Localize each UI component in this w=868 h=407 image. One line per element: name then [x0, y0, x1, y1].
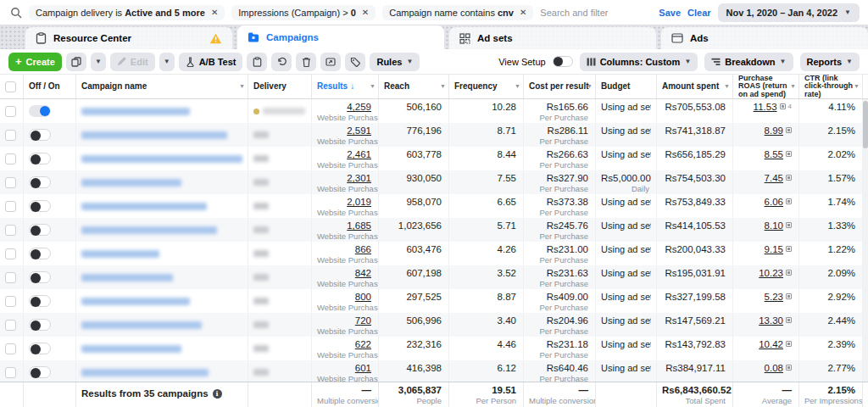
row-checkbox[interactable]: [5, 272, 16, 283]
ab-test-button[interactable]: A/B Test: [179, 53, 243, 71]
view-setup-toggle[interactable]: [553, 56, 573, 67]
row-checkbox[interactable]: [5, 248, 16, 259]
filter-chip-delivery[interactable]: Campaign delivery is Active and 5 more ✕: [29, 5, 225, 20]
campaign-name-redacted[interactable]: [81, 369, 209, 376]
roas-value[interactable]: 8.99: [765, 125, 783, 137]
results-value[interactable]: 720: [317, 315, 371, 326]
search-input[interactable]: [540, 8, 652, 18]
campaign-name-redacted[interactable]: [81, 155, 242, 163]
campaign-toggle[interactable]: [29, 319, 51, 331]
row-checkbox[interactable]: [5, 106, 16, 117]
breakdown-button[interactable]: Breakdown▼: [704, 53, 793, 71]
tab-ad-sets[interactable]: Ad sets: [449, 27, 656, 49]
roas-value[interactable]: 8.55: [765, 148, 783, 160]
row-checkbox[interactable]: [5, 225, 16, 236]
campaign-name-redacted[interactable]: [81, 345, 181, 353]
results-value[interactable]: 4,259: [317, 101, 371, 113]
tab-campaigns[interactable]: Campaigns: [237, 25, 444, 49]
campaign-toggle[interactable]: [29, 343, 51, 354]
clipboard-button[interactable]: [247, 53, 267, 71]
roas-value[interactable]: 11.53: [754, 101, 777, 113]
reports-button[interactable]: Reports▼: [800, 53, 860, 71]
clear-filters-button[interactable]: Clear: [687, 8, 711, 18]
roas-value[interactable]: 6.06: [765, 196, 783, 208]
campaign-name-redacted[interactable]: [81, 179, 181, 187]
roas-value[interactable]: 13.30: [759, 315, 783, 326]
tab-resource-center[interactable]: Resource Center: [25, 27, 232, 49]
roas-value[interactable]: 5.23: [765, 291, 783, 303]
filter-chip-impressions[interactable]: Impressions (Campaign) > 0 ✕: [231, 5, 376, 20]
results-value[interactable]: 842: [317, 267, 371, 279]
header-campaign-name[interactable]: Campaign name▼: [76, 75, 248, 98]
campaign-name-redacted[interactable]: [81, 108, 190, 115]
row-checkbox[interactable]: [5, 296, 16, 307]
roas-value[interactable]: 0.08: [765, 362, 783, 374]
results-value[interactable]: 2,461: [317, 148, 371, 160]
undo-button[interactable]: [271, 53, 292, 71]
results-value[interactable]: 866: [317, 243, 371, 255]
date-range-picker[interactable]: Nov 1, 2020 – Jan 4, 2022 ▼: [718, 3, 860, 22]
campaign-toggle[interactable]: [29, 129, 51, 141]
campaign-toggle[interactable]: [29, 366, 51, 378]
create-button[interactable]: +Create: [8, 53, 62, 71]
row-checkbox[interactable]: [5, 153, 16, 164]
campaign-toggle[interactable]: [29, 248, 51, 259]
roas-value[interactable]: 7.45: [765, 172, 783, 184]
vertical-scrollbar[interactable]: [863, 99, 868, 382]
row-checkbox[interactable]: [5, 130, 16, 141]
campaign-toggle[interactable]: [29, 200, 51, 212]
campaign-name-redacted[interactable]: [81, 131, 227, 139]
header-ctr[interactable]: CTR (link click-through rate)▼: [799, 75, 863, 98]
header-delivery[interactable]: Delivery: [248, 75, 312, 98]
select-all-checkbox[interactable]: [5, 81, 16, 92]
results-value[interactable]: 800: [317, 291, 371, 303]
campaign-name-redacted[interactable]: [81, 321, 202, 329]
results-value[interactable]: 622: [317, 338, 371, 350]
campaign-toggle[interactable]: [29, 153, 51, 164]
campaign-name-redacted[interactable]: [81, 298, 190, 305]
campaign-toggle[interactable]: [29, 176, 51, 188]
duplicate-options-button[interactable]: ▼: [91, 53, 106, 71]
export-button[interactable]: [320, 53, 341, 71]
info-icon[interactable]: i: [213, 389, 222, 399]
header-cost-per-result[interactable]: Cost per result▼: [524, 75, 596, 98]
edit-button[interactable]: Edit: [110, 53, 155, 71]
columns-button[interactable]: Columns: Custom▼: [580, 53, 698, 71]
campaign-name-redacted[interactable]: [81, 203, 207, 210]
header-reach[interactable]: Reach▼: [379, 75, 449, 98]
edit-options-button[interactable]: ▼: [159, 53, 175, 71]
results-value[interactable]: 2,019: [317, 196, 371, 208]
remove-filter-icon[interactable]: ✕: [211, 8, 218, 17]
header-frequency[interactable]: Frequency▼: [449, 75, 524, 98]
campaign-toggle[interactable]: [29, 105, 51, 117]
campaign-toggle[interactable]: [29, 295, 51, 307]
results-value[interactable]: 601: [317, 362, 371, 374]
roas-value[interactable]: 9.15: [765, 243, 783, 255]
delete-button[interactable]: [296, 53, 316, 71]
filter-chip-name[interactable]: Campaign name contains cnv ✕: [382, 5, 533, 20]
row-checkbox[interactable]: [5, 367, 16, 378]
header-purchase-roas[interactable]: Purchase ROAS (return on ad spend)▼: [733, 75, 799, 98]
rules-button[interactable]: Rules▼: [370, 53, 420, 71]
campaign-name-redacted[interactable]: [81, 226, 217, 234]
campaign-toggle[interactable]: [29, 224, 51, 236]
row-checkbox[interactable]: [5, 201, 16, 212]
roas-value[interactable]: 10.23: [759, 267, 783, 279]
header-budget[interactable]: Budget: [596, 75, 657, 98]
campaign-name-redacted[interactable]: [81, 250, 159, 258]
remove-filter-icon[interactable]: ✕: [362, 8, 369, 17]
tag-button[interactable]: [345, 53, 365, 71]
save-filters-button[interactable]: Save: [659, 8, 681, 18]
row-checkbox[interactable]: [5, 320, 16, 331]
scrollbar-thumb[interactable]: [863, 101, 868, 148]
campaign-name-redacted[interactable]: [81, 274, 173, 282]
results-value[interactable]: 1,685: [317, 220, 371, 231]
row-checkbox[interactable]: [5, 177, 16, 188]
results-value[interactable]: 2,591: [317, 125, 371, 137]
roas-value[interactable]: 10.42: [759, 338, 783, 350]
duplicate-button[interactable]: [66, 53, 86, 71]
row-checkbox[interactable]: [5, 343, 16, 354]
roas-value[interactable]: 8.10: [765, 220, 783, 231]
header-results[interactable]: Results↓▼: [312, 75, 379, 98]
tab-ads[interactable]: Ads: [661, 27, 868, 49]
